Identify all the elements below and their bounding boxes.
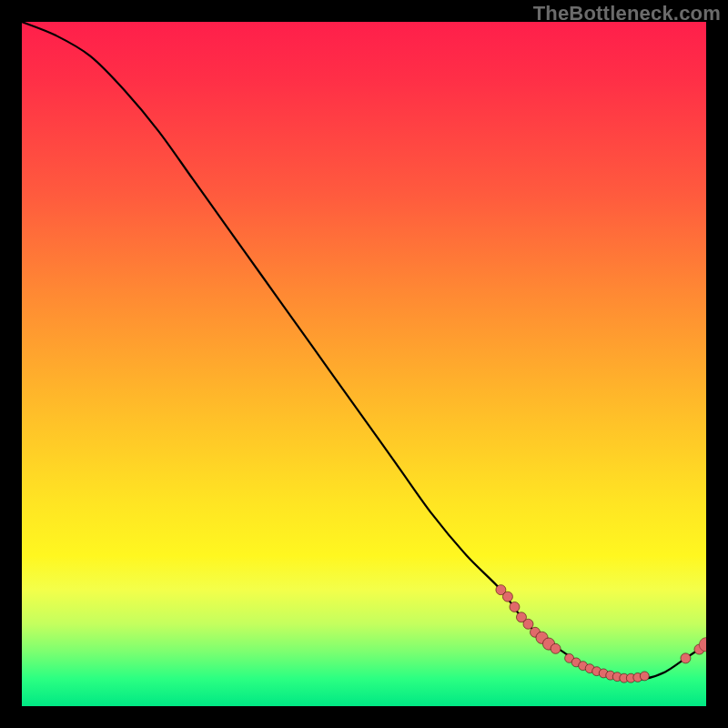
marker-dot bbox=[502, 592, 512, 602]
marker-dot bbox=[681, 653, 691, 663]
chart-stage: TheBottleneck.com bbox=[0, 0, 728, 728]
marker-dot bbox=[640, 672, 649, 681]
marker-dot bbox=[551, 643, 561, 653]
plot-area bbox=[22, 22, 706, 706]
marker-dot bbox=[510, 602, 520, 612]
marker-dot bbox=[523, 619, 533, 629]
curve-layer bbox=[22, 22, 706, 706]
marker-dots bbox=[496, 585, 706, 682]
bottleneck-curve bbox=[22, 22, 706, 680]
